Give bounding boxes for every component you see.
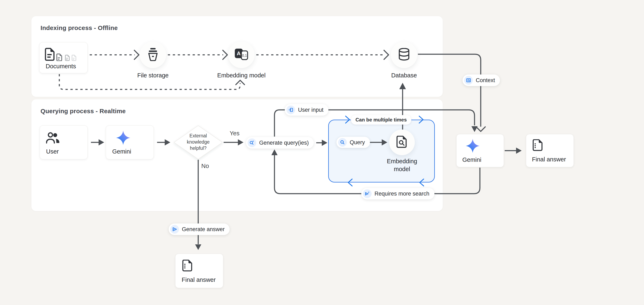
file-storage-label: File storage (122, 72, 184, 79)
generate-answer-pill: Generate answer (169, 223, 230, 235)
query-label: Query (350, 139, 365, 146)
search-icon (338, 138, 347, 147)
loop-chevron-right (419, 116, 423, 123)
user-input-pill: User input (285, 104, 328, 116)
database-icon (398, 48, 410, 62)
generate-queries-label: Generate query(ies) (259, 140, 309, 146)
arrowhead-chevron-up (236, 80, 244, 85)
context-pill-label: Context (476, 77, 495, 84)
arrowhead (165, 139, 170, 145)
arrowhead-chevron-down (476, 127, 485, 131)
rag-architecture-diagram: Indexing process - Offline Querying proc… (0, 0, 644, 305)
gemini-star-icon (116, 131, 130, 146)
final-answer-right-label: Final answer (532, 156, 566, 163)
embedding-model-top-label: Embedding model (210, 72, 272, 79)
final-answer-right-card: Final answer (526, 134, 574, 167)
arrowhead (195, 244, 201, 250)
documents-stack-icon (45, 48, 80, 62)
arrowhead (516, 148, 522, 154)
file-storage-node (140, 42, 166, 68)
file-search-icon (396, 136, 408, 149)
arrowhead-chevron (384, 50, 388, 59)
indexing-title: Indexing process - Offline (40, 25, 118, 32)
arrowhead-chevron (134, 50, 139, 59)
text-to-number-icon: A 0,1 (234, 49, 248, 61)
arrowhead-chevron (223, 50, 227, 59)
final-answer-bottom-card: Final answer (175, 254, 223, 288)
edge-userinput-generatequeries (274, 110, 285, 137)
edge-database-context-gemini (418, 54, 481, 127)
arrowhead (322, 140, 327, 146)
gemini-right-card: Gemini (456, 134, 504, 167)
querying-title: Querying process - Realtime (40, 108, 126, 115)
loop-chevron-right (346, 116, 350, 123)
final-doc-icon (182, 260, 194, 272)
svg-text:0,1: 0,1 (242, 54, 247, 58)
generate-answer-label: Generate answer (182, 226, 225, 233)
embedding-model-top-node: A 0,1 (228, 42, 254, 68)
documents-card: Documents (39, 42, 88, 73)
send-icon (170, 225, 179, 234)
embedding-model-inner-label: Embedding model (381, 157, 423, 173)
send-spark-icon (363, 189, 372, 198)
gemini-star-icon (466, 139, 480, 154)
query-pill: Query (336, 137, 370, 148)
gemini-right-label: Gemini (462, 156, 481, 163)
edge-label-yes: Yes (226, 130, 243, 137)
requires-more-search-label: Requires more search (374, 191, 430, 197)
user-label: User (46, 148, 59, 155)
can-be-multiple-times-note: Can be multiple times (351, 115, 411, 125)
user-card: User (40, 125, 88, 159)
arrowhead-up (271, 149, 278, 155)
loop-chevron-left (420, 179, 424, 186)
user-input-label: User input (298, 107, 324, 113)
arrowhead (238, 139, 244, 145)
final-doc-icon (532, 139, 544, 152)
context-pill: Context (462, 75, 500, 86)
search-spark-icon (248, 138, 256, 147)
arrowhead-up (399, 83, 406, 89)
embedding-model-inner-node (389, 130, 415, 155)
users-icon (46, 132, 60, 145)
database-node (391, 42, 417, 68)
gemini-left-label: Gemini (112, 148, 131, 155)
generate-queries-pill: Generate query(ies) (246, 137, 314, 149)
input-icon (286, 106, 295, 114)
storage-bucket-icon (147, 48, 159, 62)
gemini-left-card: Gemini (106, 125, 154, 159)
article-icon (464, 76, 473, 85)
svg-text:A: A (237, 50, 241, 57)
edge-label-no: No (201, 163, 209, 169)
final-answer-bottom-label: Final answer (182, 276, 216, 283)
database-label: Database (373, 72, 435, 79)
arrowhead (472, 126, 478, 132)
loop-chevron-left (348, 179, 352, 186)
arrowhead (382, 139, 387, 145)
documents-label: Documents (46, 63, 76, 70)
requires-more-search-pill: Requires more search (361, 188, 434, 199)
arrowhead (98, 139, 104, 145)
decision-question: External knowledge helpful? (180, 133, 217, 151)
